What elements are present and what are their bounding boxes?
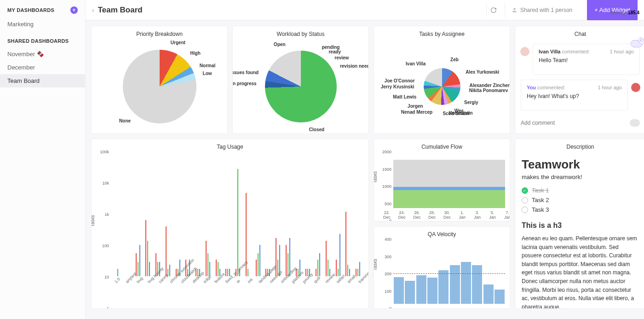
circle-icon	[522, 207, 528, 213]
circle-icon	[522, 197, 528, 203]
x-tick: quill	[313, 276, 321, 284]
bar	[256, 260, 257, 276]
bar	[427, 278, 437, 304]
sidebar: MY DASHBOARDS + Marketing SHARED DASHBOA…	[0, 0, 86, 319]
sidebar-item[interactable]: December	[0, 61, 85, 74]
bar	[357, 269, 358, 276]
refresh-icon[interactable]	[486, 3, 501, 17]
bar	[461, 262, 471, 304]
y-tick: 1000	[380, 184, 391, 189]
bar	[494, 290, 505, 304]
bar	[218, 262, 218, 276]
card-title: Description	[515, 139, 644, 152]
y-tick: 100k	[98, 150, 109, 154]
bar	[149, 262, 150, 276]
bar	[345, 212, 346, 276]
sidebar-my-label: MY DASHBOARDS	[7, 7, 54, 13]
x-tick: 5.Jan	[486, 211, 499, 220]
tag-usage-plot: Tasks 1101001k10k100k1.0anytestbugbug bo…	[92, 152, 368, 308]
x-tick: user-reported	[368, 263, 369, 284]
y-tick: 1500	[380, 167, 391, 172]
bar	[450, 265, 460, 304]
check-circle-icon: ✓	[522, 187, 528, 194]
pie-slice-label: High	[190, 51, 201, 56]
shared-label: Shared with 1 person	[520, 7, 572, 13]
bar	[227, 269, 228, 276]
y-tick: 0	[380, 306, 391, 309]
add-dashboard-button[interactable]: +	[70, 6, 78, 14]
pie-slice-label: Nikita Ponomarev	[469, 88, 508, 93]
sidebar-shared-header: SHARED DASHBOARDS	[0, 31, 85, 47]
pie-slice-label: Zeb	[450, 57, 459, 62]
stack-cf-qa: Cumulative Flow Tasks 050010001500200022…	[374, 139, 510, 309]
pie-slice-label: Joe O'Connor	[385, 78, 415, 83]
bar	[206, 241, 207, 276]
y-tick: 100	[98, 244, 109, 248]
area-layer	[393, 190, 505, 208]
avatar	[520, 47, 529, 56]
card-workload-status: Workload by Status Closedin progressissu…	[232, 26, 369, 134]
area-layer	[393, 160, 505, 187]
chat-body: Ivan Villa commented: 1 hour ago Hello T…	[515, 39, 644, 133]
y-tick: 1k	[98, 212, 109, 217]
sidebar-item[interactable]: Marketing	[0, 17, 85, 31]
bar	[117, 269, 118, 276]
y-tick: 10	[98, 275, 109, 279]
bar	[416, 275, 426, 304]
x-tick: 24.Dec	[396, 211, 408, 220]
card-title: Priority Breakdown	[92, 26, 227, 39]
sidebar-item[interactable]: November 🍫	[0, 47, 85, 61]
bar	[145, 220, 146, 276]
desc-h3: This is a h3	[522, 221, 639, 230]
chat-input[interactable]	[521, 117, 626, 129]
card-cumulative-flow: Cumulative Flow Tasks 050010001500200022…	[374, 139, 510, 221]
x-tick: 1.0	[114, 277, 121, 284]
task-row[interactable]: Task 3	[522, 206, 639, 213]
bar	[317, 260, 318, 276]
task-row[interactable]: Task 2	[522, 197, 639, 203]
qa-plot-body: Tasks 0100200300400	[374, 239, 510, 308]
bar	[247, 269, 248, 276]
task-label: Task 3	[532, 206, 549, 213]
bar	[276, 238, 276, 276]
page-title: Team Board	[98, 6, 483, 15]
pie-workload: Closedin progressissues foundOpenpending…	[233, 39, 368, 133]
pie-slice-label: Normal	[200, 63, 215, 68]
task-row[interactable]: ✓Task 1	[522, 187, 639, 194]
y-tick: 300	[380, 255, 391, 259]
card-title: QA Velocity	[374, 226, 510, 239]
x-tick: 28.Dec	[426, 211, 438, 220]
bar	[258, 253, 259, 276]
bar	[405, 281, 415, 304]
card-description: Description Teamwork makes the dreamwork…	[515, 139, 644, 309]
bar	[326, 241, 327, 276]
pie-slice-label: Urgent	[171, 40, 185, 45]
card-title: Tasks by Assignee	[374, 26, 510, 39]
cf-plot-body: Tasks 050010001500200022.Dec24.Dec26.Dec…	[374, 152, 510, 221]
back-icon[interactable]: ‹	[92, 6, 94, 14]
watch-count: 2	[638, 37, 644, 42]
bar	[328, 260, 328, 276]
shared-info[interactable]: Shared with 1 person	[505, 3, 579, 17]
pie-chart	[123, 50, 196, 123]
sidebar-item[interactable]: Team Board	[0, 74, 85, 87]
pie-slice-label: Low	[203, 71, 212, 76]
pie-slice-label: None	[119, 118, 131, 123]
comment-icon[interactable]	[630, 119, 640, 127]
target-line	[393, 273, 505, 274]
app-root: MY DASHBOARDS + Marketing SHARED DASHBOA…	[0, 0, 644, 319]
y-tick: 200	[380, 272, 391, 276]
y-axis-label: Tasks	[374, 259, 378, 271]
pie-slice-label: revision needed	[340, 64, 369, 69]
pie-slice-label: Ivan Villa	[406, 61, 426, 66]
y-tick: 1	[98, 306, 109, 309]
bar	[139, 245, 140, 276]
bar	[216, 260, 217, 276]
pie-slice-label: Alexander Zinchenko	[469, 83, 510, 88]
task-label: Task 1	[532, 187, 549, 194]
person-icon	[512, 7, 518, 13]
bar	[336, 260, 337, 276]
bar	[259, 245, 260, 276]
task-label: Task 2	[532, 197, 549, 203]
bar	[319, 253, 320, 276]
